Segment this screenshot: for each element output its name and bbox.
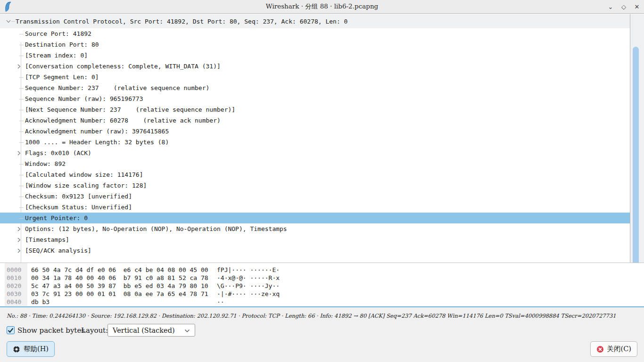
hex-ascii[interactable]: ·4·x@·@· ·····R·x xyxy=(217,274,280,281)
hex-offset: 0040 xyxy=(7,298,21,305)
tree-item[interactable]: [Timestamps] xyxy=(0,234,630,245)
packet-summary-line: No.: 88 · Time: 0.244264130 · Source: 19… xyxy=(7,313,638,319)
hex-ascii[interactable]: \G···P9· ····Jy·· xyxy=(217,282,280,289)
tree-item[interactable]: Acknowledgment Number: 60278 (relative a… xyxy=(0,115,630,126)
tree-item[interactable]: Source Port: 41892 xyxy=(0,28,630,39)
show-packet-bytes-label[interactable]: Show packet bytes xyxy=(17,326,85,335)
collapsed-chevron-icon[interactable] xyxy=(17,248,21,253)
tree-item[interactable]: 1000 .... = Header Length: 32 bytes (8) xyxy=(0,137,630,148)
wireshark-icon xyxy=(4,1,13,12)
tree-item[interactable]: Checksum: 0x9123 [unverified] xyxy=(0,191,630,202)
close-button-label: 关闭(C) xyxy=(607,345,631,354)
hex-row[interactable]: 00205c 47 a3 a4 00 50 39 87 bb e5 ed 03 … xyxy=(0,282,644,290)
maximize-icon[interactable]: ◇ xyxy=(620,3,627,10)
collapsed-chevron-icon[interactable] xyxy=(17,151,21,156)
tree-item[interactable]: [Calculated window size: 114176] xyxy=(0,169,630,180)
tree-item[interactable]: Acknowledgment number (raw): 3976415865 xyxy=(0,126,630,137)
close-button[interactable]: 关闭(C) xyxy=(590,341,637,357)
tree-item[interactable]: [Conversation completeness: Complete, WI… xyxy=(0,61,630,72)
layout-label: Layout: xyxy=(81,326,108,335)
hex-bytes[interactable]: 03 7c 91 23 00 00 01 01 08 0a ee 7a 65 e… xyxy=(31,290,208,297)
show-packet-bytes-checkbox[interactable] xyxy=(7,326,15,334)
packet-dialog-window: Wireshark · 分组 88 · lib6-2.pcapng ⌄ ◇ ✕ … xyxy=(0,0,644,362)
collapsed-chevron-icon[interactable] xyxy=(17,64,21,69)
expanded-chevron-icon[interactable] xyxy=(6,19,11,24)
tree-item[interactable]: Sequence Number (raw): 965196773 xyxy=(0,93,630,104)
help-button-label: 帮助(H) xyxy=(24,345,49,354)
minimize-icon[interactable]: ⌄ xyxy=(607,3,614,10)
hex-bytes[interactable]: 66 50 4a 7c d4 df e0 06 e6 c4 be 04 08 0… xyxy=(31,266,208,273)
hex-ascii[interactable]: ·|·#···· ···ze·xq xyxy=(217,290,280,297)
hex-bytes[interactable]: db b3 xyxy=(31,298,50,305)
tree-item[interactable]: Destination Port: 80 xyxy=(0,39,630,50)
hex-offset: 0020 xyxy=(7,282,21,289)
layout-dropdown-value: Vertical (Stacked) xyxy=(113,327,175,334)
hex-bytes[interactable]: 5c 47 a3 a4 00 50 39 87 bb e5 ed 03 4a 7… xyxy=(31,282,208,289)
dialog-footer: No.: 88 · Time: 0.244264130 · Source: 19… xyxy=(0,307,644,362)
hex-row[interactable]: 001000 34 1a 78 40 00 40 06 b7 91 c0 a8 … xyxy=(0,274,644,282)
tree-item[interactable]: [Window size scaling factor: 128] xyxy=(0,180,630,191)
collapsed-chevron-icon[interactable] xyxy=(17,227,21,231)
tree-item[interactable]: Flags: 0x010 (ACK) xyxy=(0,148,630,158)
titlebar: Wireshark · 分组 88 · lib6-2.pcapng ⌄ ◇ ✕ xyxy=(0,0,644,14)
help-button[interactable]: 帮助(H) xyxy=(7,341,55,357)
tree-item[interactable]: [Next Sequence Number: 237 (relative seq… xyxy=(0,104,630,115)
collapsed-chevron-icon[interactable] xyxy=(17,238,21,242)
tree-item[interactable]: Window: 892 xyxy=(0,158,630,169)
hex-offset: 0010 xyxy=(7,274,21,281)
hex-ascii[interactable]: fPJ|···· ······E· xyxy=(217,266,280,273)
vertical-scrollbar[interactable] xyxy=(630,14,644,263)
tree-item[interactable]: Urgent Pointer: 0 xyxy=(0,213,630,223)
hex-row[interactable]: 000066 50 4a 7c d4 df e0 06 e6 c4 be 04 … xyxy=(0,266,644,274)
scrollbar-thumb[interactable] xyxy=(633,47,639,265)
tree-item[interactable]: [SEQ/ACK analysis] xyxy=(0,245,630,256)
tree-item[interactable]: Options: (12 bytes), No-Operation (NOP),… xyxy=(0,223,630,234)
hex-ascii[interactable]: ·· xyxy=(217,298,224,305)
hex-row[interactable]: 0040db b3·· xyxy=(0,298,644,306)
checkmark-icon xyxy=(8,328,14,333)
hex-offset: 0030 xyxy=(7,290,21,297)
tree-item[interactable]: [TCP Segment Len: 0] xyxy=(0,72,630,82)
window-title: Wireshark · 分组 88 · lib6-2.pcapng xyxy=(0,2,644,11)
packet-detail-tree: Transmission Control Protocol, Src Port:… xyxy=(0,14,630,263)
packet-bytes-pane: 000066 50 4a 7c d4 df e0 06 e6 c4 be 04 … xyxy=(0,263,644,307)
hex-bytes[interactable]: 00 34 1a 78 40 00 40 06 b7 91 c0 a8 81 5… xyxy=(31,274,208,281)
help-lifebuoy-icon xyxy=(13,346,20,353)
close-icon[interactable]: ✕ xyxy=(634,3,640,10)
tree-item[interactable]: [Checksum Status: Unverified] xyxy=(0,202,630,213)
tree-item[interactable]: Sequence Number: 237 (relative sequence … xyxy=(0,82,630,93)
hex-offset: 0000 xyxy=(7,266,21,273)
hex-row[interactable]: 003003 7c 91 23 00 00 01 01 08 0a ee 7a … xyxy=(0,290,644,298)
tree-item-root[interactable]: Transmission Control Protocol, Src Port:… xyxy=(0,14,630,28)
close-red-icon xyxy=(596,346,604,353)
tree-item[interactable]: [Stream index: 0] xyxy=(0,50,630,61)
layout-dropdown[interactable]: Vertical (Stacked) xyxy=(107,324,195,337)
chevron-down-icon xyxy=(184,329,190,333)
